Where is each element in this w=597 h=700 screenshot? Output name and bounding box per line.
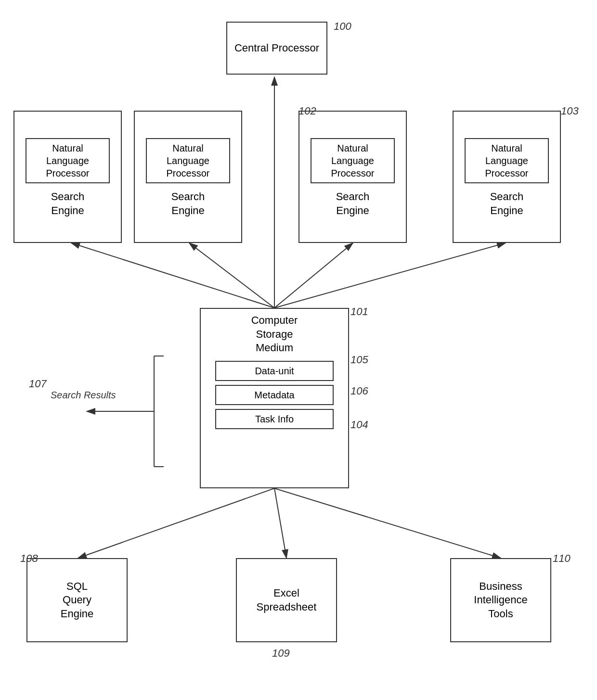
nlp3-box: NaturalLanguageProcessor SearchEngine	[298, 111, 407, 243]
sql-label: SQLQueryEngine	[61, 580, 94, 621]
diagram: Central Processor 100 NaturalLanguagePro…	[0, 0, 597, 700]
excel-box: ExcelSpreadsheet	[236, 558, 337, 642]
ref-105: 105	[350, 354, 368, 366]
svg-line-8	[274, 488, 286, 558]
central-processor-label: Central Processor	[234, 41, 319, 55]
storage-box: ComputerStorageMedium Data-unit Metadata…	[200, 308, 349, 488]
nlp2-search: SearchEngine	[171, 190, 205, 217]
nlp1-inner: NaturalLanguageProcessor	[26, 138, 109, 183]
central-processor-box: Central Processor	[226, 22, 327, 75]
svg-line-9	[274, 488, 501, 558]
storage-title: ComputerStorageMedium	[251, 314, 298, 355]
bi-box: BusinessIntelligenceTools	[450, 558, 551, 642]
nlp4-inner: NaturalLanguageProcessor	[465, 138, 548, 183]
nlp1-box: NaturalLanguageProcessor SearchEngine	[13, 111, 122, 243]
ref-107: 107	[29, 378, 47, 390]
ref-108: 108	[20, 552, 38, 565]
excel-label: ExcelSpreadsheet	[257, 586, 317, 614]
sql-box: SQLQueryEngine	[26, 558, 128, 642]
task-info-box: Task Info	[215, 409, 334, 429]
nlp2-box: NaturalLanguageProcessor SearchEngine	[134, 111, 242, 243]
ref-110: 110	[553, 552, 571, 565]
svg-line-7	[78, 488, 274, 558]
svg-line-5	[274, 243, 353, 308]
data-unit-box: Data-unit	[215, 361, 334, 381]
nlp2-inner: NaturalLanguageProcessor	[146, 138, 230, 183]
svg-line-6	[274, 243, 506, 308]
svg-line-3	[71, 243, 274, 308]
ref-104: 104	[350, 419, 368, 431]
nlp3-inner: NaturalLanguageProcessor	[311, 138, 394, 183]
nlp4-box: NaturalLanguageProcessor SearchEngine	[453, 111, 561, 243]
svg-line-4	[189, 243, 274, 308]
ref-102: 102	[298, 105, 316, 117]
nlp3-search: SearchEngine	[336, 190, 370, 217]
ref-106: 106	[350, 385, 368, 397]
metadata-box: Metadata	[215, 385, 334, 405]
search-results-label: Search Results	[51, 390, 116, 401]
ref-100: 100	[334, 20, 351, 33]
ref-101: 101	[350, 305, 368, 318]
ref-109: 109	[272, 647, 290, 660]
ref-103: 103	[561, 105, 579, 117]
bi-label: BusinessIntelligenceTools	[474, 580, 527, 621]
nlp4-search: SearchEngine	[490, 190, 524, 217]
nlp1-search: SearchEngine	[51, 190, 85, 217]
